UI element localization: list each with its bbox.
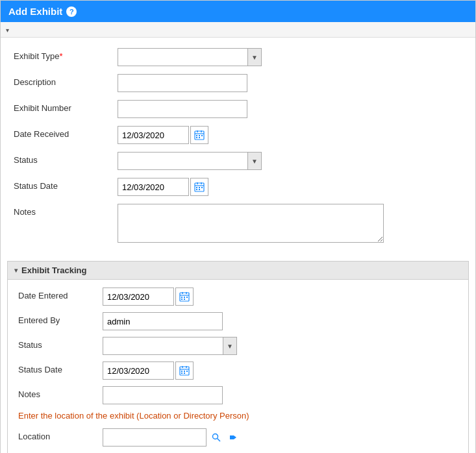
exhibit-number-row: Exhibit Number (14, 100, 462, 118)
notes-label: Notes (14, 204, 118, 217)
date-received-row: Date Received (14, 126, 462, 144)
tracking-notes-input[interactable] (103, 386, 223, 404)
status-dropdown-arrow-icon: ▼ (251, 158, 258, 165)
exhibit-type-dropdown-wrapper: ▼ (118, 48, 262, 66)
svg-rect-32 (184, 371, 185, 372)
date-entered-calendar-btn[interactable] (175, 288, 194, 306)
svg-rect-4 (196, 135, 197, 136)
svg-line-37 (218, 439, 221, 442)
location-input[interactable] (103, 428, 207, 447)
tracking-section: ▾ Exhibit Tracking Date Entered (7, 261, 469, 453)
tracking-status-input[interactable] (103, 337, 223, 355)
date-entered-label: Date Entered (18, 288, 103, 300)
svg-rect-23 (184, 297, 185, 298)
tracking-chevron: ▾ (14, 267, 18, 274)
svg-rect-5 (199, 135, 200, 136)
exhibit-type-dropdown-btn[interactable]: ▼ (247, 48, 262, 66)
tracking-section-title: Exhibit Tracking (21, 265, 86, 275)
description-input[interactable] (118, 74, 247, 92)
main-form: Exhibit Type* ▼ Description Exhibit Numb… (1, 38, 475, 261)
svg-rect-14 (199, 187, 200, 188)
date-entered-input[interactable] (103, 288, 174, 306)
date-received-label: Date Received (14, 126, 118, 139)
tracking-status-date-wrapper (103, 361, 194, 380)
svg-rect-24 (186, 297, 188, 298)
collapse-bar[interactable]: ▾ (1, 22, 475, 38)
tracking-section-body: Date Entered (8, 280, 468, 453)
svg-rect-31 (181, 371, 182, 372)
description-row: Description (14, 74, 462, 92)
svg-rect-13 (196, 187, 197, 188)
tracking-status-label: Status (18, 337, 103, 350)
svg-rect-35 (184, 373, 185, 374)
entered-by-input[interactable] (103, 312, 223, 330)
required-star: * (60, 51, 63, 61)
status-row: Status ▼ (14, 152, 462, 170)
tracking-notes-row: Notes (18, 386, 458, 404)
date-received-wrapper (118, 126, 208, 144)
tracking-status-date-label: Status Date (18, 361, 103, 374)
tracking-status-date-calendar-btn[interactable] (175, 361, 194, 380)
status-date-input[interactable] (118, 178, 189, 196)
notes-textarea[interactable] (118, 204, 384, 243)
location-clear-icon (229, 433, 238, 442)
exhibit-type-input[interactable] (118, 48, 247, 66)
status-date-label: Status Date (14, 178, 118, 191)
tracking-status-dropdown-btn[interactable]: ▼ (223, 337, 237, 355)
description-label: Description (14, 74, 118, 87)
tracking-notes-label: Notes (18, 386, 103, 399)
tracking-status-date-row: Status Date (18, 361, 458, 380)
svg-marker-38 (230, 435, 236, 439)
svg-rect-26 (184, 299, 185, 300)
svg-rect-17 (199, 189, 200, 190)
svg-point-36 (213, 434, 218, 439)
page-title: Add Exhibit (8, 6, 62, 17)
status-date-row: Status Date (14, 178, 462, 196)
svg-rect-25 (181, 299, 182, 300)
tracking-status-date-input[interactable] (103, 361, 174, 380)
date-received-input[interactable] (118, 126, 189, 144)
entered-by-row: Entered By (18, 312, 458, 330)
collapse-arrow: ▾ (6, 27, 9, 34)
location-row: Location (18, 428, 458, 447)
page-header: Add Exhibit ? (1, 1, 475, 22)
date-received-calendar-btn[interactable] (190, 126, 208, 144)
exhibit-number-label: Exhibit Number (14, 100, 118, 113)
date-entered-row: Date Entered (18, 288, 458, 306)
tracking-status-dropdown-wrapper: ▼ (103, 337, 237, 355)
location-search-btn[interactable] (209, 432, 223, 443)
exhibit-type-row: Exhibit Type* ▼ (14, 48, 462, 66)
svg-rect-6 (201, 135, 203, 136)
location-search-icon (212, 433, 221, 442)
tracking-section-header[interactable]: ▾ Exhibit Tracking (8, 262, 468, 280)
svg-rect-22 (181, 297, 182, 298)
status-calendar-icon (194, 182, 205, 192)
tracking-status-row: Status ▼ (18, 337, 458, 355)
page-container: Add Exhibit ? ▾ Exhibit Type* ▼ Descript… (0, 0, 476, 453)
svg-rect-33 (186, 371, 188, 372)
svg-rect-34 (181, 373, 182, 374)
status-date-calendar-btn[interactable] (190, 178, 208, 196)
calendar-icon (194, 130, 205, 140)
exhibit-number-input[interactable] (118, 100, 247, 118)
entered-by-label: Entered By (18, 312, 103, 325)
status-date-wrapper (118, 178, 208, 196)
notes-row: Notes (14, 204, 462, 243)
svg-rect-7 (196, 137, 197, 138)
help-icon[interactable]: ? (66, 6, 77, 17)
location-field-wrapper (103, 428, 240, 447)
status-dropdown-btn[interactable]: ▼ (247, 152, 262, 170)
svg-rect-8 (199, 137, 200, 138)
location-clear-btn[interactable] (226, 432, 240, 443)
info-text: Enter the location of the exhibit (Locat… (18, 411, 458, 421)
tracking-status-calendar-icon (179, 365, 190, 376)
date-entered-calendar-icon (179, 291, 190, 302)
status-input[interactable] (118, 152, 247, 170)
exhibit-type-label: Exhibit Type* (14, 48, 118, 61)
status-label: Status (14, 152, 118, 165)
status-dropdown-wrapper: ▼ (118, 152, 262, 170)
location-label: Location (18, 428, 103, 441)
tracking-status-dropdown-arrow: ▼ (227, 343, 233, 350)
svg-rect-15 (201, 187, 203, 188)
svg-rect-16 (196, 189, 197, 190)
